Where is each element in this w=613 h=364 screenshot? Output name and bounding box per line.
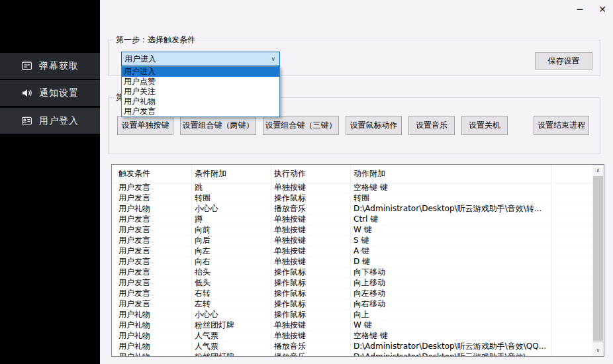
table-row[interactable]: 用户发言低头操作鼠标向上移动 [112, 278, 592, 289]
vertical-scrollbar[interactable]: ∧ ∨ [592, 165, 604, 356]
table-row[interactable]: 用户发言向左单独按键A 键 [112, 246, 592, 257]
action-button-1[interactable]: 设置单独按键 [117, 116, 173, 135]
table-cell: D 键 [354, 257, 549, 267]
table-row[interactable]: 用户礼物粉丝团灯牌单独按键W 键 [112, 320, 592, 331]
table-cell: 单独按键 [274, 183, 348, 193]
mapping-table[interactable]: 触发条件条件附加执行动作动作附加 用户发言跳单独按键空格键 键用户发言转圈操作鼠… [111, 164, 604, 357]
dropdown-option-2[interactable]: 用户点赞 [122, 77, 279, 87]
table-cell: 用户发言 [118, 257, 190, 267]
table-cell: 用户发言 [118, 267, 190, 277]
table-cell: 人气票 [195, 331, 269, 341]
dropdown-option-list: 用户进入用户点赞用户关注用户礼物用户发言 [121, 66, 280, 117]
dropdown-option-3[interactable]: 用户关注 [122, 87, 279, 97]
table-cell: 播放音乐 [274, 204, 348, 214]
table-cell: 蹲 [195, 214, 269, 224]
table-row[interactable]: 用户发言蹲单独按键Ctrl 键 [112, 214, 592, 225]
table-cell: 转圈 [354, 193, 549, 203]
table-cell: 用户发言 [118, 299, 190, 309]
table-cell: 向上移动 [354, 278, 549, 288]
table-row[interactable]: 用户礼物粉丝团灯牌播放音乐D:\Administrator\Desktop\听云… [112, 352, 592, 357]
table-cell: 用户礼物 [118, 331, 190, 341]
table-row[interactable]: 用户发言向后单独按键S 键 [112, 236, 592, 246]
table-cell: 用户发言 [118, 183, 190, 193]
sidebar-item-label: 弹幕获取 [39, 60, 79, 72]
table-cell: 左转 [195, 299, 269, 309]
table-cell: 操作鼠标 [274, 278, 348, 288]
dropdown-selected-value: 用户进入 [124, 52, 156, 66]
sidebar-item-3[interactable]: 用户登入 [0, 108, 100, 134]
table-cell: 转圈 [195, 193, 269, 203]
table-cell: 小心心 [195, 310, 269, 320]
table-row[interactable]: 用户礼物人气票播放音乐D:\Administrator\Desktop\听云游戏… [112, 341, 592, 352]
table-cell: 单独按键 [274, 236, 348, 246]
table-cell: D:\Administrator\Desktop\听云游戏助手\音效\... [354, 352, 549, 357]
action-button-5[interactable]: 设置音乐 [408, 116, 455, 135]
table-row[interactable]: 用户礼物人气票单独按键空格键 键 [112, 331, 592, 341]
scrollbar-thumb[interactable] [593, 176, 603, 341]
table-cell: 用户发言 [118, 193, 190, 203]
table-row[interactable]: 用户发言向右单独按键D 键 [112, 257, 592, 267]
table-row[interactable]: 用户发言右转操作鼠标向左移动 [112, 289, 592, 299]
table-row[interactable]: 用户发言向前单独按键W 键 [112, 225, 592, 236]
table-row[interactable]: 用户发言转圈操作鼠标转圈 [112, 193, 592, 204]
sidebar-item-label: 通知设置 [39, 87, 79, 99]
table-cell: 用户礼物 [118, 352, 190, 357]
trigger-condition-dropdown[interactable]: 用户进入 ∨ [121, 52, 280, 66]
action-button-7[interactable]: 设置结束进程 [534, 116, 589, 135]
table-cell: 操作鼠标 [274, 289, 348, 298]
save-settings-button[interactable]: 保存设置 [535, 52, 592, 69]
table-cell: 向左 [195, 246, 269, 256]
minimize-button[interactable]: ─ [569, 0, 590, 19]
action-button-6[interactable]: 设置关机 [461, 116, 508, 135]
table-row[interactable]: 用户礼物小心心操作鼠标向上 [112, 310, 592, 320]
table-cell: 用户礼物 [118, 341, 190, 351]
column-header: 触发条件 [118, 165, 190, 183]
table-cell: 用户发言 [118, 246, 190, 256]
table-row[interactable]: 用户发言抬头操作鼠标向下移动 [112, 267, 592, 278]
action-button-2[interactable]: 设置组合键（两键） [180, 116, 256, 135]
dropdown-option-1[interactable]: 用户进入 [122, 67, 279, 77]
sidebar-item-2[interactable]: 通知设置 [0, 80, 100, 106]
table-cell: W 键 [354, 320, 549, 330]
minimize-icon: ─ [577, 4, 583, 15]
table-cell: 向后 [195, 236, 269, 246]
table-cell: 向下移动 [354, 267, 549, 277]
table-cell: 单独按键 [274, 214, 348, 224]
scroll-down-icon[interactable]: ∨ [592, 345, 604, 356]
table-cell: 单独按键 [274, 320, 348, 330]
table-cell: 操作鼠标 [274, 193, 348, 203]
table-row[interactable]: 用户礼物小心心播放音乐D:\Administrator\Desktop\听云游戏… [112, 204, 592, 214]
id-card-icon [21, 115, 32, 126]
table-cell: 单独按键 [274, 246, 348, 256]
scroll-up-icon[interactable]: ∧ [592, 165, 604, 176]
table-cell: 向右 [195, 257, 269, 267]
table-cell: 操作鼠标 [274, 267, 348, 277]
action-button-3[interactable]: 设置组合键（三键） [263, 116, 339, 135]
table-cell: 用户发言 [118, 236, 190, 246]
table-row[interactable]: 用户发言跳单独按键空格键 键 [112, 183, 592, 193]
sidebar-item-1[interactable]: 弹幕获取 [0, 53, 100, 79]
action-button-4[interactable]: 设置鼠标动作 [346, 116, 402, 135]
table-cell: 向上 [354, 310, 549, 320]
table-cell: 小心心 [195, 204, 269, 214]
step1-label: 第一步：选择触发条件 [114, 35, 197, 44]
table-row[interactable]: 用户发言左转操作鼠标向右移动 [112, 299, 592, 310]
table-cell: 操作鼠标 [274, 310, 348, 320]
table-cell: 用户礼物 [118, 320, 190, 330]
table-cell: 单独按键 [274, 225, 348, 235]
table-cell: 人气票 [195, 341, 269, 351]
table-cell: 用户礼物 [118, 310, 190, 320]
table-cell: 用户发言 [118, 278, 190, 288]
table-header: 触发条件条件附加执行动作动作附加 [112, 165, 592, 183]
dropdown-option-5[interactable]: 用户发言 [122, 107, 279, 116]
table-cell: 粉丝团灯牌 [195, 352, 269, 357]
close-icon: ✕ [598, 4, 606, 15]
table-cell: W 键 [354, 225, 549, 235]
close-button[interactable]: ✕ [592, 0, 613, 19]
table-cell: S 键 [354, 236, 549, 246]
sidebar-item-label: 用户登入 [39, 115, 79, 127]
table-cell: 操作鼠标 [274, 299, 348, 309]
dropdown-option-4[interactable]: 用户礼物 [122, 97, 279, 107]
table-cell: 右转 [195, 289, 269, 298]
table-cell: 跳 [195, 183, 269, 193]
